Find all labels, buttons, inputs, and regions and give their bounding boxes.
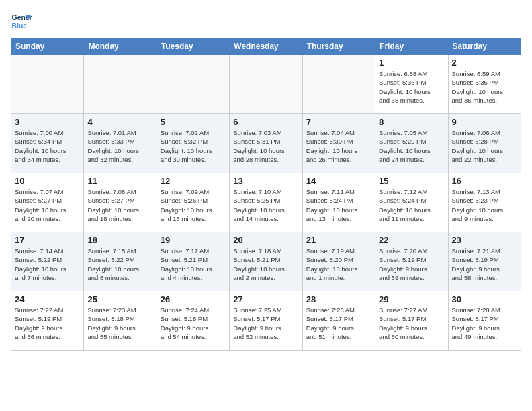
day-info: Sunrise: 7:21 AM Sunset: 5:19 PM Dayligh… xyxy=(452,246,517,282)
weekday-header: Friday xyxy=(375,38,448,55)
calendar-cell: 16Sunrise: 7:13 AM Sunset: 5:23 PM Dayli… xyxy=(448,173,521,232)
weekday-header: Wednesday xyxy=(230,38,302,55)
calendar-cell: 8Sunrise: 7:05 AM Sunset: 5:29 PM Daylig… xyxy=(375,114,448,173)
calendar-cell: 17Sunrise: 7:14 AM Sunset: 5:22 PM Dayli… xyxy=(11,232,84,291)
day-number: 19 xyxy=(161,235,226,245)
day-info: Sunrise: 7:00 AM Sunset: 5:34 PM Dayligh… xyxy=(15,128,80,164)
day-info: Sunrise: 7:03 AM Sunset: 5:31 PM Dayligh… xyxy=(233,128,298,164)
weekday-header: Sunday xyxy=(11,38,84,55)
calendar-cell xyxy=(157,55,229,114)
day-number: 4 xyxy=(87,117,152,127)
calendar-cell: 26Sunrise: 7:24 AM Sunset: 5:18 PM Dayli… xyxy=(157,291,229,351)
day-info: Sunrise: 7:25 AM Sunset: 5:17 PM Dayligh… xyxy=(233,306,298,341)
calendar-week: 3Sunrise: 7:00 AM Sunset: 5:34 PM Daylig… xyxy=(11,114,521,173)
calendar-cell: 13Sunrise: 7:10 AM Sunset: 5:25 PM Dayli… xyxy=(230,173,302,232)
calendar-cell: 24Sunrise: 7:22 AM Sunset: 5:19 PM Dayli… xyxy=(11,291,84,351)
day-info: Sunrise: 7:08 AM Sunset: 5:27 PM Dayligh… xyxy=(87,187,152,223)
calendar-cell xyxy=(230,55,302,114)
logo-icon: General Blue xyxy=(11,11,32,32)
logo: General Blue xyxy=(11,11,32,32)
day-info: Sunrise: 7:09 AM Sunset: 5:26 PM Dayligh… xyxy=(161,187,226,223)
day-number: 13 xyxy=(233,176,298,186)
day-number: 17 xyxy=(15,235,80,245)
calendar-cell: 10Sunrise: 7:07 AM Sunset: 5:27 PM Dayli… xyxy=(11,173,84,232)
day-info: Sunrise: 7:12 AM Sunset: 5:24 PM Dayligh… xyxy=(379,187,444,223)
day-info: Sunrise: 7:05 AM Sunset: 5:29 PM Dayligh… xyxy=(379,128,444,164)
day-number: 27 xyxy=(233,294,298,304)
calendar-cell: 30Sunrise: 7:28 AM Sunset: 5:17 PM Dayli… xyxy=(448,291,521,351)
calendar-cell: 1Sunrise: 6:58 AM Sunset: 5:36 PM Daylig… xyxy=(375,55,448,114)
day-info: Sunrise: 7:22 AM Sunset: 5:19 PM Dayligh… xyxy=(15,306,80,341)
day-number: 12 xyxy=(161,176,226,186)
calendar-week: 17Sunrise: 7:14 AM Sunset: 5:22 PM Dayli… xyxy=(11,232,521,291)
calendar-cell: 12Sunrise: 7:09 AM Sunset: 5:26 PM Dayli… xyxy=(157,173,229,232)
calendar-week: 24Sunrise: 7:22 AM Sunset: 5:19 PM Dayli… xyxy=(11,291,521,351)
day-number: 10 xyxy=(15,176,80,186)
day-number: 29 xyxy=(379,294,444,304)
day-number: 25 xyxy=(87,294,152,304)
calendar-cell: 29Sunrise: 7:27 AM Sunset: 5:17 PM Dayli… xyxy=(375,291,448,351)
weekday-header: Tuesday xyxy=(157,38,229,55)
day-info: Sunrise: 7:24 AM Sunset: 5:18 PM Dayligh… xyxy=(161,306,226,341)
day-info: Sunrise: 7:23 AM Sunset: 5:18 PM Dayligh… xyxy=(87,306,152,341)
weekday-header: Monday xyxy=(84,38,157,55)
day-number: 20 xyxy=(233,235,298,245)
day-number: 3 xyxy=(15,117,80,127)
calendar-cell: 28Sunrise: 7:26 AM Sunset: 5:17 PM Dayli… xyxy=(302,291,375,351)
calendar-cell: 19Sunrise: 7:17 AM Sunset: 5:21 PM Dayli… xyxy=(157,232,229,291)
calendar-cell xyxy=(11,55,84,114)
day-number: 22 xyxy=(379,235,444,245)
day-number: 21 xyxy=(306,235,371,245)
calendar-cell: 2Sunrise: 6:59 AM Sunset: 5:35 PM Daylig… xyxy=(448,55,521,114)
day-number: 23 xyxy=(452,235,517,245)
calendar-body: 1Sunrise: 6:58 AM Sunset: 5:36 PM Daylig… xyxy=(11,55,521,351)
calendar-cell: 22Sunrise: 7:20 AM Sunset: 5:19 PM Dayli… xyxy=(375,232,448,291)
calendar-cell: 6Sunrise: 7:03 AM Sunset: 5:31 PM Daylig… xyxy=(230,114,302,173)
calendar-cell: 27Sunrise: 7:25 AM Sunset: 5:17 PM Dayli… xyxy=(230,291,302,351)
day-info: Sunrise: 7:28 AM Sunset: 5:17 PM Dayligh… xyxy=(452,306,517,341)
day-number: 14 xyxy=(306,176,371,186)
calendar-cell: 4Sunrise: 7:01 AM Sunset: 5:33 PM Daylig… xyxy=(84,114,157,173)
day-number: 2 xyxy=(452,58,517,68)
calendar-cell: 14Sunrise: 7:11 AM Sunset: 5:24 PM Dayli… xyxy=(302,173,375,232)
calendar-cell: 15Sunrise: 7:12 AM Sunset: 5:24 PM Dayli… xyxy=(375,173,448,232)
calendar-header: SundayMondayTuesdayWednesdayThursdayFrid… xyxy=(11,38,521,55)
calendar-cell: 21Sunrise: 7:19 AM Sunset: 5:20 PM Dayli… xyxy=(302,232,375,291)
svg-text:Blue: Blue xyxy=(12,22,28,30)
day-number: 6 xyxy=(233,117,298,127)
day-info: Sunrise: 6:59 AM Sunset: 5:35 PM Dayligh… xyxy=(452,69,517,105)
day-number: 15 xyxy=(379,176,444,186)
day-number: 11 xyxy=(87,176,152,186)
calendar-cell: 23Sunrise: 7:21 AM Sunset: 5:19 PM Dayli… xyxy=(448,232,521,291)
day-number: 7 xyxy=(306,117,371,127)
day-info: Sunrise: 7:06 AM Sunset: 5:28 PM Dayligh… xyxy=(452,128,517,164)
day-info: Sunrise: 7:04 AM Sunset: 5:30 PM Dayligh… xyxy=(306,128,371,164)
day-info: Sunrise: 7:19 AM Sunset: 5:20 PM Dayligh… xyxy=(306,246,371,282)
day-info: Sunrise: 7:26 AM Sunset: 5:17 PM Dayligh… xyxy=(306,306,371,341)
calendar-cell: 7Sunrise: 7:04 AM Sunset: 5:30 PM Daylig… xyxy=(302,114,375,173)
weekday-header: Saturday xyxy=(448,38,521,55)
day-number: 9 xyxy=(452,117,517,127)
calendar-cell: 20Sunrise: 7:18 AM Sunset: 5:21 PM Dayli… xyxy=(230,232,302,291)
day-info: Sunrise: 7:10 AM Sunset: 5:25 PM Dayligh… xyxy=(233,187,298,223)
day-number: 8 xyxy=(379,117,444,127)
day-number: 28 xyxy=(306,294,371,304)
calendar-week: 1Sunrise: 6:58 AM Sunset: 5:36 PM Daylig… xyxy=(11,55,521,114)
calendar-cell: 18Sunrise: 7:15 AM Sunset: 5:22 PM Dayli… xyxy=(84,232,157,291)
day-number: 26 xyxy=(161,294,226,304)
calendar-cell xyxy=(84,55,157,114)
weekday-header: Thursday xyxy=(302,38,375,55)
calendar-cell: 5Sunrise: 7:02 AM Sunset: 5:32 PM Daylig… xyxy=(157,114,229,173)
day-info: Sunrise: 7:17 AM Sunset: 5:21 PM Dayligh… xyxy=(161,246,226,282)
calendar-cell: 3Sunrise: 7:00 AM Sunset: 5:34 PM Daylig… xyxy=(11,114,84,173)
calendar-cell xyxy=(302,55,375,114)
day-info: Sunrise: 7:11 AM Sunset: 5:24 PM Dayligh… xyxy=(306,187,371,223)
day-info: Sunrise: 7:14 AM Sunset: 5:22 PM Dayligh… xyxy=(15,246,80,282)
page-header: General Blue xyxy=(11,11,521,32)
calendar-cell: 9Sunrise: 7:06 AM Sunset: 5:28 PM Daylig… xyxy=(448,114,521,173)
day-number: 30 xyxy=(452,294,517,304)
day-info: Sunrise: 7:07 AM Sunset: 5:27 PM Dayligh… xyxy=(15,187,80,223)
day-info: Sunrise: 7:27 AM Sunset: 5:17 PM Dayligh… xyxy=(379,306,444,341)
day-info: Sunrise: 7:20 AM Sunset: 5:19 PM Dayligh… xyxy=(379,246,444,282)
calendar-week: 10Sunrise: 7:07 AM Sunset: 5:27 PM Dayli… xyxy=(11,173,521,232)
